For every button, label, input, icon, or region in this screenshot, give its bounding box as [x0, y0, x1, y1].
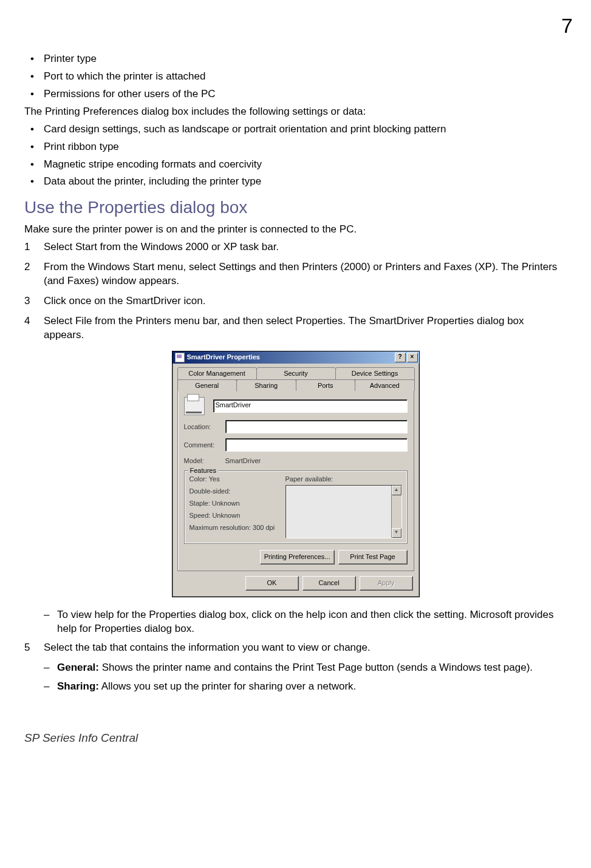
steps-list: 1Select Start from the Windows 2000 or X… [24, 240, 567, 342]
comment-field[interactable] [225, 438, 408, 452]
page-number: 7 [24, 12, 573, 40]
features-group: Features Color: Yes Double-sided: Staple… [184, 470, 408, 544]
tab-strip: Color Management Security Device Setting… [173, 364, 419, 571]
bullet-text: Port to which the printer is attached [44, 70, 205, 84]
tab-sharing[interactable]: Sharing [236, 379, 296, 392]
footer-text: SP Series Info Central [24, 730, 567, 746]
step-number: 3 [24, 294, 44, 308]
tab-desc-bold: Sharing: [57, 680, 99, 692]
model-value: SmartDriver [225, 456, 261, 466]
bullet-icon: • [30, 87, 44, 101]
dialog-button-row: OK Cancel Apply [173, 571, 419, 597]
bullet-icon: • [30, 175, 44, 189]
step-number: 2 [24, 260, 44, 288]
tab-desc: – Sharing: Allows you set up the printer… [44, 680, 567, 694]
tab-desc: – General: Shows the printer name and co… [44, 661, 567, 675]
bullet-text: Permissions for other users of the PC [44, 87, 216, 101]
cancel-button[interactable]: Cancel [302, 576, 356, 591]
steps-list-cont: 5Select the tab that contains the inform… [24, 641, 567, 655]
dash-icon: – [44, 661, 57, 675]
tab-desc-text: Sharing: Allows you set up the printer f… [57, 680, 567, 694]
bullet-text: Card design settings, such as landscape … [44, 123, 446, 137]
ok-button[interactable]: OK [245, 576, 299, 591]
intro-paragraph: The Printing Preferences dialog box incl… [24, 105, 567, 119]
dash-icon: – [44, 680, 57, 694]
tab-desc-text: General: Shows the printer name and cont… [57, 661, 567, 675]
top-bullet-list: •Printer type •Port to which the printer… [30, 52, 567, 101]
comment-label: Comment: [184, 441, 225, 450]
printing-preferences-button[interactable]: Printing Preferences... [260, 550, 335, 565]
bullet-text: Magnetic stripe encoding formats and coe… [44, 158, 262, 172]
printer-name-field[interactable]: SmartDriver [213, 399, 408, 413]
features-left: Color: Yes Double-sided: Staple: Unknown… [190, 475, 285, 538]
features-legend: Features [188, 466, 218, 475]
bullet-icon: • [30, 158, 44, 172]
tab-desc-rest: Allows you set up the printer for sharin… [99, 680, 356, 692]
help-button[interactable]: ? [395, 353, 406, 362]
tab-security[interactable]: Security [256, 367, 336, 380]
dialog-title: SmartDriver Properties [187, 353, 260, 362]
tab-panel-general: SmartDriver Location: Comment: Model: Sm… [177, 390, 414, 571]
tab-ports[interactable]: Ports [296, 379, 356, 392]
pref-bullet-list: •Card design settings, such as landscape… [30, 123, 567, 189]
tab-general[interactable]: General [177, 379, 237, 392]
step-text: Select File from the Printers menu bar, … [44, 314, 567, 342]
bullet-icon: • [30, 70, 44, 84]
titlebar: SmartDriver Properties ? × [173, 351, 419, 364]
step-text: Select the tab that contains the informa… [44, 641, 567, 655]
dash-icon: – [44, 608, 57, 636]
tab-color-management[interactable]: Color Management [177, 367, 257, 380]
location-field[interactable] [225, 420, 408, 433]
step-number: 4 [24, 314, 44, 342]
printer-icon [184, 397, 205, 415]
bullet-text: Print ribbon type [44, 140, 119, 154]
model-label: Model: [184, 456, 225, 466]
feature-line: Double-sided: [190, 487, 285, 496]
tab-desc-rest: Shows the printer name and contains the … [99, 662, 533, 673]
scroll-up-icon[interactable]: ▲ [392, 486, 401, 495]
apply-button[interactable]: Apply [360, 576, 413, 591]
properties-dialog: SmartDriver Properties ? × Color Managem… [172, 351, 420, 597]
step-text: Click once on the SmartDriver icon. [44, 294, 567, 308]
feature-line: Color: Yes [190, 475, 285, 484]
bullet-icon: • [30, 140, 44, 154]
bullet-icon: • [30, 123, 44, 137]
bullet-text: Printer type [44, 52, 97, 66]
close-button[interactable]: × [407, 353, 418, 362]
tab-device-settings[interactable]: Device Settings [335, 367, 415, 380]
step-number: 1 [24, 240, 44, 254]
bullet-icon: • [30, 52, 44, 66]
dialog-figure: SmartDriver Properties ? × Color Managem… [24, 351, 567, 597]
feature-line: Maximum resolution: 300 dpi [190, 523, 285, 532]
bullet-text: Data about the printer, including the pr… [44, 175, 261, 189]
scrollbar[interactable]: ▲ ▼ [391, 486, 401, 538]
scroll-down-icon[interactable]: ▼ [392, 528, 401, 538]
step-text: Select Start from the Windows 2000 or XP… [44, 240, 567, 254]
step-text: From the Windows Start menu, select Sett… [44, 260, 567, 288]
paper-available-label: Paper available: [285, 475, 402, 484]
sub-item: – To view help for the Properties dialog… [44, 608, 567, 636]
sub-text: To view help for the Properties dialog b… [57, 608, 567, 636]
section-heading: Use the Properties dialog box [24, 196, 567, 219]
print-test-page-button[interactable]: Print Test Page [338, 550, 408, 565]
tab-advanced[interactable]: Advanced [355, 379, 415, 392]
tab-desc-bold: General: [57, 662, 99, 673]
step-number: 5 [24, 641, 44, 655]
paper-available-listbox[interactable]: ▲ ▼ [285, 485, 402, 538]
printer-titlebar-icon [175, 353, 185, 362]
feature-line: Staple: Unknown [190, 499, 285, 508]
location-label: Location: [184, 422, 225, 432]
section-intro: Make sure the printer power is on and th… [24, 223, 567, 237]
feature-line: Speed: Unknown [190, 511, 285, 520]
